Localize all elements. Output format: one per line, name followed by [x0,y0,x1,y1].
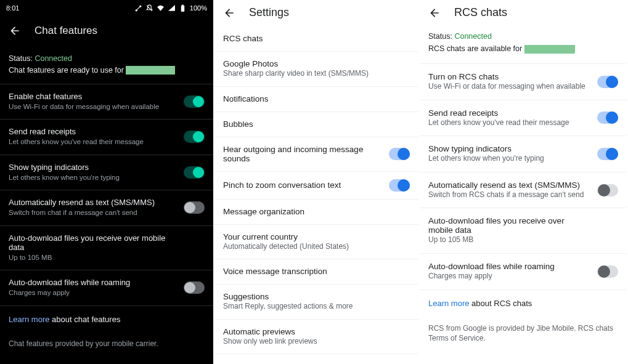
setting-row[interactable]: Auto-download files you receive over mob… [0,225,213,270]
toggle-switch[interactable] [597,148,618,160]
toggle-switch[interactable] [389,148,410,160]
status-time: 8:01 [6,4,19,12]
row-subtitle: Show only web link previews [223,337,317,347]
learn-more-link[interactable]: Learn more [9,315,49,324]
back-icon[interactable] [9,25,21,37]
setting-row[interactable]: Send read receiptsLet others know you've… [0,119,213,155]
learn-more-suffix: about RCS chats [469,299,532,308]
row-title: Automatically resend as text (SMS/MMS) [9,198,155,207]
toggle-switch[interactable] [597,184,618,196]
dnd-icon [145,4,153,12]
row-subtitle: Use Wi-Fi or data for messaging when ava… [9,102,159,112]
setting-row[interactable]: Auto-download files while roamingCharges… [420,254,627,290]
learn-more-row[interactable]: Learn more about RCS chats [420,290,627,316]
toggle-switch[interactable] [184,95,205,108]
row-subtitle: Let others know you've read their messag… [428,118,569,128]
status-value: Connected [35,54,71,63]
setting-row[interactable]: Automatically resend as text (SMS/MMS)Sw… [420,172,627,209]
row-subtitle: Use Wi-Fi or data for messaging when ava… [428,82,585,92]
row-title: Automatic previews [223,327,317,336]
status-icons: 100% [134,4,207,12]
row-title: Google Photos [223,59,369,68]
row-title: Bubbles [223,119,253,129]
setting-row[interactable]: Automatic previewsShow only web link pre… [214,320,418,355]
row-title: Auto-download files while roaming [428,262,555,271]
row-subtitle: Charges may apply [428,272,555,281]
setting-row[interactable]: Notifications [214,87,418,112]
row-title: Your current country [223,232,349,241]
toggle-switch[interactable] [389,179,410,192]
svg-rect-2 [181,5,184,11]
setting-row[interactable]: Enable chat featuresUse Wi-Fi or data fo… [0,84,213,119]
status-bar: 8:01 100% [0,0,213,14]
setting-row[interactable]: Hear outgoing and incoming message sound… [214,137,418,172]
row-title: Hear outgoing and incoming message sound… [223,145,383,163]
back-icon[interactable] [223,7,235,19]
toggle-switch[interactable] [597,76,618,88]
setting-row[interactable]: Auto-download files while roamingCharges… [0,270,213,305]
status-block: Status: Connected RCS chats are availabl… [420,25,627,64]
toggle-switch[interactable] [184,166,205,179]
header: Settings [214,0,418,26]
row-title: Send read receipts [428,108,569,118]
header: RCS chats [420,0,627,25]
setting-row[interactable]: Turn on RCS chatsUse Wi-Fi or data for m… [420,64,627,100]
row-title: Show typing indicators [9,163,120,172]
learn-more-suffix: about chat features [49,315,120,324]
learn-more-link[interactable]: Learn more [428,299,469,308]
setting-row[interactable]: Bubbles [214,112,418,137]
toggle-switch[interactable] [184,131,205,143]
status-value: Connected [454,32,491,41]
setting-row[interactable]: Message organization [214,200,418,225]
toggle-switch[interactable] [184,281,205,294]
row-title: RCS chats [223,34,263,43]
cast-icon [134,4,142,12]
row-subtitle: Up to 105 MB [428,235,585,245]
svg-rect-3 [182,4,183,6]
redacted-block [126,66,175,75]
setting-row[interactable]: Google PhotosShare sharp clarity video i… [214,52,418,87]
setting-row[interactable]: Send read receiptsLet others know you've… [420,100,627,137]
row-title: Turn on RCS chats [428,72,585,81]
learn-more-row[interactable]: Learn more about chat features [0,305,213,332]
ready-text: Chat features are ready to use for [9,66,124,75]
row-title: Enable chat features [9,92,159,101]
setting-row[interactable]: Show typing indicatorsLet others know wh… [420,136,627,172]
toggle-switch[interactable] [597,265,618,278]
row-subtitle: Let others know you've read their messag… [9,137,144,147]
row-subtitle: Switch from chat if a message can't send [9,208,155,218]
toggle-switch[interactable] [184,201,205,214]
setting-row[interactable]: Voice message transcription [214,259,418,285]
setting-row[interactable]: Pinch to zoom conversation text [214,172,418,200]
row-subtitle: Up to 105 MB [9,253,169,263]
status-label: Status: [9,54,33,63]
wifi-icon [157,4,165,12]
signal-icon [168,4,176,12]
row-subtitle: Let others know when you're typing [9,173,120,183]
row-title: Show typing indicators [428,144,544,153]
back-icon[interactable] [428,7,441,19]
page-title: Chat features [35,25,97,37]
row-subtitle: Automatically detected (United States) [223,242,349,252]
row-title: Auto-download files you receive over mob… [428,216,585,235]
setting-row[interactable]: Your current countryAutomatically detect… [214,225,418,260]
page-title: RCS chats [454,6,507,19]
redacted-block [524,45,575,54]
setting-row[interactable]: SuggestionsSmart Reply, suggested action… [214,285,418,320]
row-title: Automatically resend as text (SMS/MMS) [428,180,584,190]
toggle-switch[interactable] [597,111,618,124]
footer-text: RCS from Google is provided by Jibe Mobi… [420,316,627,352]
row-title: Send read receipts [9,127,144,136]
row-title: Notifications [223,94,269,103]
avail-text: RCS chats are available for [428,44,522,53]
setting-row[interactable]: Auto-download files you receive over mob… [420,208,627,254]
row-title: Pinch to zoom conversation text [223,180,341,190]
setting-row[interactable]: Automatically resend as text (SMS/MMS)Sw… [0,190,213,225]
footer-text: Chat features provided by your mobile ca… [0,332,213,355]
setting-row[interactable]: RCS chats [214,26,418,52]
row-title: Auto-download files you receive over mob… [9,233,169,252]
setting-row[interactable]: Show typing indicatorsLet others know wh… [0,155,213,190]
row-subtitle: Share sharp clarity video in text (SMS/M… [223,69,369,79]
row-subtitle: Switch from RCS chats if a message can't… [428,190,584,200]
row-title: Auto-download files while roaming [9,278,130,287]
